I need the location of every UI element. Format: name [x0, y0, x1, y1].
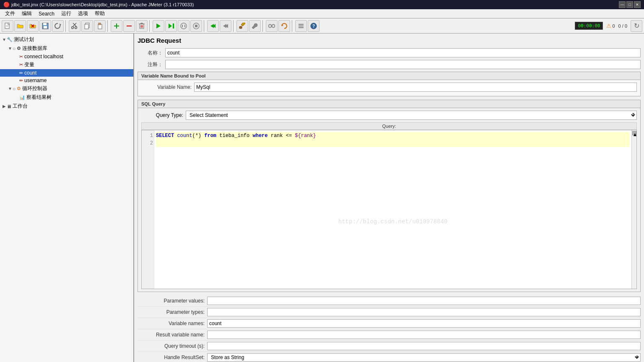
remote-start-button[interactable] — [207, 20, 219, 32]
search-button[interactable] — [266, 20, 278, 32]
tree-item-test-plan[interactable]: ▼ 🔧 测试计划 — [0, 35, 133, 44]
variable-icon: ✂ — [19, 62, 23, 67]
sep7 — [292, 20, 293, 32]
handle-resultset-select[interactable]: Store as String Store as Object Count Re… — [207, 353, 641, 362]
result-var-input[interactable] — [207, 331, 641, 339]
query-type-label: Query Type: — [141, 112, 183, 118]
svg-rect-6 — [43, 23, 47, 25]
sep6 — [262, 20, 264, 32]
remote-stop-button[interactable] — [220, 20, 231, 32]
query-label: Query: — [141, 122, 637, 130]
menu-search[interactable]: Search — [35, 9, 58, 18]
toggle-test-plan[interactable]: ▼ — [2, 37, 7, 42]
variable-name-input[interactable] — [194, 83, 637, 92]
toggle-connect-db[interactable]: ▼ — [8, 46, 13, 51]
workbench-icon: 🖥 — [7, 104, 11, 109]
query-timeout-input[interactable] — [207, 342, 641, 350]
toggle-loop[interactable]: ▼ — [8, 86, 13, 91]
svg-text:?: ? — [312, 24, 315, 28]
timer-display: 00:00:00 — [575, 22, 603, 30]
menu-options[interactable]: 选项 — [75, 9, 91, 18]
stop-button[interactable] — [190, 20, 202, 32]
tree-label-variable: 变量 — [24, 61, 34, 68]
start-no-pause-button[interactable] — [165, 20, 177, 32]
revert-button[interactable] — [52, 20, 64, 32]
svg-rect-30 — [195, 25, 197, 27]
code-area[interactable]: SELECT count(*) from tieba_info where ra… — [154, 130, 631, 289]
pause-button[interactable] — [178, 20, 190, 32]
name-row: 名称： — [138, 48, 641, 57]
close-file-button[interactable] — [27, 20, 39, 32]
maximize-button[interactable]: □ — [626, 1, 633, 8]
param-types-input[interactable] — [207, 308, 641, 316]
tree-label-loop: 循环控制器 — [22, 85, 47, 92]
variable-name-title: Variable Name Bound to Pool — [138, 72, 640, 80]
loop-circle-icon: ○ — [13, 86, 16, 92]
query-type-select[interactable]: Select Statement Update Statement Callab… — [186, 111, 637, 120]
add-button[interactable] — [111, 20, 122, 32]
toggle-log-button[interactable] — [295, 20, 307, 32]
svg-rect-35 — [239, 26, 242, 28]
paste-button[interactable] — [94, 20, 106, 32]
result-var-row: Result variable name: — [138, 329, 641, 341]
result-var-label: Result variable name: — [138, 332, 205, 338]
sep3 — [149, 20, 151, 32]
warning-icon: ⚠ — [606, 23, 611, 29]
param-values-input[interactable] — [207, 297, 641, 305]
tree-label-count: count — [24, 70, 36, 76]
main-layout: ▼ 🔧 测试计划 ▼ ○ ⚙ 连接数据库 ✂ connect localhost… — [0, 34, 644, 362]
copy-button[interactable] — [81, 20, 93, 32]
save-button[interactable] — [39, 20, 51, 32]
name-input[interactable] — [165, 48, 641, 57]
comment-label: 注释： — [138, 61, 163, 68]
cut-button[interactable] — [69, 20, 80, 32]
comment-input[interactable] — [165, 60, 641, 69]
svg-marker-23 — [156, 23, 161, 28]
tree-item-username[interactable]: ✏ username — [0, 77, 133, 84]
code-line-1: SELECT count(*) from tieba_info where ra… — [156, 132, 630, 140]
menu-file[interactable]: 文件 — [2, 9, 18, 18]
username-icon: ✏ — [19, 78, 23, 83]
tree-item-count[interactable]: ✏ count — [0, 69, 133, 77]
tree-item-result-tree[interactable]: 📊 察看结果树 — [0, 93, 133, 102]
open-button[interactable] — [14, 20, 26, 32]
query-editor-area: 1 2 SELECT count(*) from tieba_info wher… — [141, 130, 637, 289]
watermark: http://blog.csdn.net/u010978840 — [338, 218, 447, 225]
connect-db-circle-icon: ○ — [13, 46, 16, 52]
close-button[interactable]: ✕ — [634, 1, 641, 8]
help-button[interactable]: ? — [308, 20, 319, 32]
handle-resultset-label: Handle ResultSet: — [138, 354, 205, 360]
clear-all-button[interactable] — [278, 20, 290, 32]
tree-item-connect-localhost[interactable]: ✂ connect localhost — [0, 53, 133, 60]
new-button[interactable] — [2, 20, 13, 32]
start-button[interactable] — [153, 20, 164, 32]
menu-edit[interactable]: 编辑 — [18, 9, 35, 18]
menu-help[interactable]: 帮助 — [91, 9, 108, 18]
svg-point-12 — [75, 26, 77, 28]
tree-label-connect-localhost: connect localhost — [24, 54, 63, 59]
toggle-workbench[interactable]: ▶ — [2, 104, 7, 109]
tree-label-connect-db: 连接数据库 — [22, 45, 47, 52]
tree-item-workbench[interactable]: ▶ 🖥 工作台 — [0, 102, 133, 111]
function-helper-button[interactable] — [236, 20, 248, 32]
sep5 — [233, 20, 235, 32]
refresh-button[interactable]: ↻ — [631, 20, 642, 32]
svg-rect-25 — [173, 23, 174, 28]
minimize-button[interactable]: — — [619, 1, 626, 8]
tree-item-variable[interactable]: ✂ 变量 — [0, 60, 133, 69]
clear-button[interactable] — [136, 20, 148, 32]
handle-resultset-wrapper: Store as String Store as Object Count Re… — [207, 353, 641, 362]
scrollbar-up[interactable]: ▲ — [632, 131, 636, 135]
svg-rect-7 — [44, 26, 47, 28]
svg-rect-14 — [85, 24, 88, 29]
tree-item-connect-db[interactable]: ▼ ○ ⚙ 连接数据库 — [0, 44, 133, 53]
menu-run[interactable]: 运行 — [58, 9, 75, 18]
svg-rect-36 — [241, 23, 245, 26]
tree-item-loop-controller[interactable]: ▼ ○ ⚙ 循环控制器 — [0, 84, 133, 93]
svg-rect-15 — [98, 24, 102, 29]
options-button[interactable] — [249, 20, 261, 32]
title-bar-controls: — □ ✕ — [619, 1, 641, 8]
remove-button[interactable] — [123, 20, 135, 32]
var-names-input[interactable] — [207, 319, 641, 328]
sep4 — [204, 20, 205, 32]
